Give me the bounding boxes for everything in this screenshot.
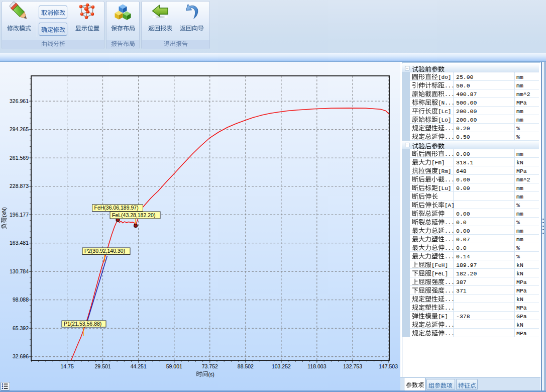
svg-text:P2(30.92,140.30): P2(30.92,140.30) [84,248,125,254]
svg-text:147.503: 147.503 [379,363,398,369]
svg-text:(s): (s) [208,371,214,377]
svg-text:98.088: 98.088 [13,297,29,303]
svg-text:163.481: 163.481 [10,240,29,246]
svg-text:326.961: 326.961 [10,98,29,104]
svg-text:261.569: 261.569 [10,155,29,161]
svg-text:228.873: 228.873 [10,183,29,189]
svg-text:14.75: 14.75 [60,363,73,369]
svg-text:32.696: 32.696 [13,353,29,359]
svg-text:73.752: 73.752 [202,363,218,369]
svg-text:65.392: 65.392 [13,325,29,331]
svg-text:118.003: 118.003 [307,363,326,369]
svg-text:196.177: 196.177 [10,212,29,218]
svg-text:(kN): (kN) [1,207,7,217]
svg-text:132.753: 132.753 [343,363,362,369]
svg-text:29.501: 29.501 [95,363,111,369]
svg-text:294.265: 294.265 [10,126,29,132]
svg-text:FeL(43.28,182.20): FeL(43.28,182.20) [112,212,155,218]
svg-text:88.502: 88.502 [238,363,254,369]
svg-text:59.001: 59.001 [166,363,182,369]
svg-text:44.251: 44.251 [131,363,147,369]
svg-text:130.784: 130.784 [10,268,29,274]
svg-text:P1(21.53,56.88): P1(21.53,56.88) [64,321,101,327]
svg-text:103.252: 103.252 [272,363,291,369]
svg-text:FeH(36.06,189.97): FeH(36.06,189.97) [94,205,139,211]
